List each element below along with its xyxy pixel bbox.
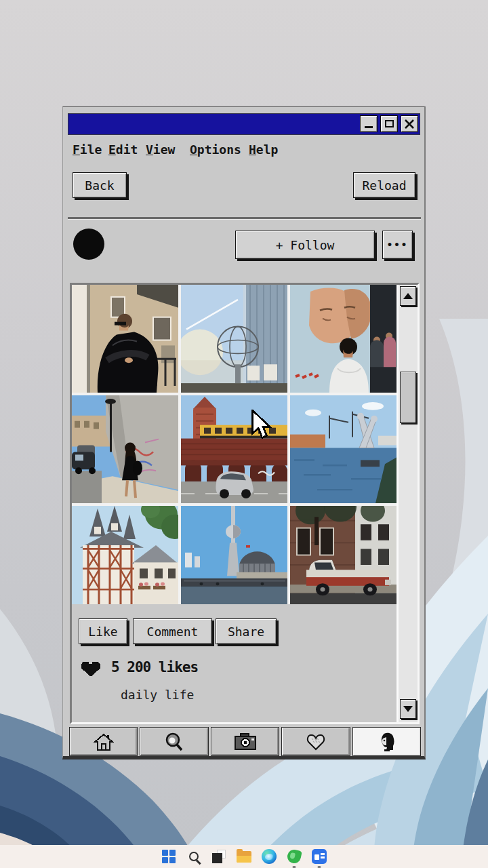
arrow-down-icon <box>403 706 413 712</box>
heart-outline-icon <box>306 732 326 751</box>
tab-profile[interactable] <box>352 727 421 756</box>
post-caption: daily life <box>121 688 194 702</box>
heart-icon <box>80 658 102 677</box>
follow-button[interactable]: + Follow <box>235 231 375 259</box>
file-explorer-button[interactable] <box>236 848 252 865</box>
taskbar-search-button[interactable] <box>186 848 202 865</box>
menu-options[interactable]: Options <box>190 142 241 157</box>
arrow-up-icon <box>403 293 413 299</box>
post-thumbnail-4[interactable] <box>72 395 178 503</box>
titlebar[interactable] <box>68 113 420 135</box>
photo-world-clock <box>181 285 287 393</box>
green-app-icon <box>286 848 302 865</box>
edge-icon <box>262 849 277 864</box>
tab-bar <box>69 727 421 756</box>
blue-app-icon <box>312 849 327 864</box>
tab-search[interactable] <box>140 727 208 756</box>
more-options-button[interactable]: ••• <box>382 231 413 259</box>
photo-grid <box>72 285 396 604</box>
windows-logo-icon <box>162 850 176 863</box>
back-button[interactable]: Back <box>73 172 127 198</box>
like-button[interactable]: Like <box>79 618 127 644</box>
folder-icon <box>237 851 251 863</box>
taskbar <box>0 845 488 868</box>
menu-help[interactable]: Help <box>249 142 278 157</box>
app-window: File Edit View Options Help Back Reload … <box>62 106 426 760</box>
home-icon <box>94 732 114 751</box>
post-thumbnail-7[interactable] <box>72 506 178 604</box>
profile-icon <box>378 732 395 752</box>
search-icon <box>164 732 184 752</box>
photo-kiss-mural <box>290 285 396 393</box>
photo-half-timbered-house <box>72 506 178 604</box>
scrollbar[interactable] <box>396 285 418 722</box>
post-thumbnail-3[interactable] <box>290 285 396 393</box>
scroll-down-button[interactable] <box>400 699 416 719</box>
maximize-button[interactable] <box>380 115 398 132</box>
tab-camera[interactable] <box>211 727 279 756</box>
post-thumbnail-2[interactable] <box>181 285 287 393</box>
photo-molecule-man <box>290 395 396 503</box>
menu-view[interactable]: View <box>146 142 175 157</box>
share-button[interactable]: Share <box>216 618 277 644</box>
menubar: File Edit View Options Help <box>63 142 424 160</box>
scrollbar-thumb[interactable] <box>400 372 416 423</box>
photo-bridge-train <box>181 395 287 503</box>
windows-start-button[interactable] <box>161 848 177 865</box>
photo-street-walk <box>72 395 178 503</box>
likes-row: 5 200 likes <box>80 658 198 677</box>
window-controls <box>360 115 418 132</box>
close-button[interactable] <box>401 115 418 132</box>
task-view-icon <box>211 849 226 864</box>
tab-activity[interactable] <box>281 727 350 756</box>
tab-home[interactable] <box>69 727 138 756</box>
edge-browser-button[interactable] <box>261 848 277 865</box>
desktop: File Edit View Options Help Back Reload … <box>0 0 488 868</box>
maximize-icon <box>385 120 394 127</box>
green-app-button[interactable] <box>286 848 302 865</box>
post-thumbnail-5[interactable] <box>181 395 287 503</box>
comment-button[interactable]: Comment <box>133 618 212 644</box>
blue-app-button[interactable] <box>311 848 327 865</box>
profile-avatar[interactable] <box>73 229 104 260</box>
scroll-up-button[interactable] <box>400 286 416 306</box>
post-thumbnail-6[interactable] <box>290 395 396 503</box>
likes-count: 5 200 likes <box>111 659 198 675</box>
menu-edit[interactable]: Edit <box>108 142 138 157</box>
post-thumbnail-9[interactable] <box>290 506 396 604</box>
photo-tv-tower <box>181 506 287 604</box>
minimize-button[interactable] <box>360 115 378 132</box>
minimize-icon <box>365 126 373 128</box>
task-view-button[interactable] <box>211 848 227 865</box>
divider <box>68 217 421 219</box>
search-icon <box>189 852 199 861</box>
photo-pickup-truck <box>290 506 396 604</box>
close-icon <box>405 119 414 129</box>
menu-file[interactable]: File <box>73 142 102 157</box>
reload-button[interactable]: Reload <box>353 172 415 198</box>
photo-woman-leather-jacket <box>72 285 178 393</box>
post-thumbnail-1[interactable] <box>72 285 178 393</box>
camera-icon <box>235 733 256 751</box>
post-thumbnail-8[interactable] <box>181 506 287 604</box>
feed-panel: Like Comment Share 5 200 likes daily lif… <box>70 283 420 724</box>
